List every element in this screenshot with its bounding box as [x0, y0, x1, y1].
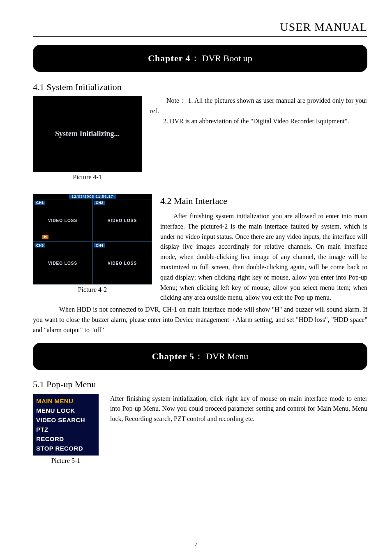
page-header-title: USER MANUAL: [33, 21, 367, 34]
section-5-1-title: 5.1 Pop-up Menu: [33, 379, 367, 390]
spacer: [33, 181, 367, 184]
para-5-1-text: After finishing system initialization, c…: [110, 394, 367, 424]
note-label: Note: [166, 97, 179, 104]
arrow-icon: →: [229, 316, 236, 323]
figure-5-1: MAIN MENU MENU LOCK VIDEO SEARCH PTZ REC…: [33, 394, 99, 465]
figure-4-1: System Initializing... Picture 4-1: [33, 96, 142, 181]
popup-item-stop-record[interactable]: STOP RECORD: [36, 444, 95, 453]
popup-item-record[interactable]: RECORD: [36, 434, 95, 444]
quad-cell-ch1: CH1 VIDEO LOSS H: [33, 199, 92, 242]
note-block: Note： 1. All the pictures shown as user …: [150, 96, 367, 126]
figure-4-1-screen: System Initializing...: [33, 96, 142, 172]
note-line-1: Note： 1. All the pictures shown as user …: [150, 96, 367, 116]
para-5-1: After finishing system initialization, c…: [110, 394, 367, 424]
quad-cell-ch3: CH3 VIDEO LOSS: [33, 242, 92, 284]
popup-item-video-search[interactable]: VIDEO SEARCH: [36, 415, 95, 425]
quad-cell-ch2: CH2 VIDEO LOSS: [92, 199, 152, 242]
chapter5-bar: Chapter 5：DVR Menu: [33, 343, 367, 370]
figure-4-2: 12/03/2008 11:56:17 CH1 VIDEO LOSS H CH2…: [33, 194, 152, 294]
page-number: 7: [0, 541, 392, 548]
header-rule: [33, 36, 367, 37]
section-4-2-title: 4.2 Main Interface: [160, 194, 367, 208]
chapter4-number: Chapter 4: [148, 53, 190, 63]
chapter4-title: DVR Boot up: [202, 53, 252, 63]
ch2-video-loss: VIDEO LOSS: [108, 218, 137, 223]
chapter5-number: Chapter 5: [152, 351, 194, 361]
row-4-1: System Initializing... Picture 4-1 Note：…: [33, 96, 367, 181]
ch4-label: CH4: [94, 243, 105, 247]
note-sep: ：: [179, 97, 186, 104]
quad-timestamp-bar: 12/03/2008 11:56:17: [33, 194, 152, 199]
popup-item-main-menu[interactable]: MAIN MENU: [36, 396, 95, 406]
chapter4-sep: ：: [191, 53, 200, 63]
popup-item-ptz[interactable]: PTZ: [36, 425, 95, 434]
ch3-label: CH3: [35, 243, 45, 247]
chapter5-title: DVR Menu: [206, 351, 248, 361]
page: USER MANUAL Chapter 4：DVR Boot up 4.1 Sy…: [0, 0, 392, 555]
ch3-video-loss: VIDEO LOSS: [48, 261, 77, 266]
chapter4-bar: Chapter 4：DVR Boot up: [33, 45, 367, 72]
ch4-video-loss: VIDEO LOSS: [108, 261, 137, 266]
section-4-1-title: 4.1 System Initialization: [33, 82, 367, 92]
hdd-note-para: When HDD is not connected to DVR, CH-1 o…: [33, 305, 367, 335]
quad-timestamp: 12/03/2008 11:56:17: [69, 194, 116, 199]
quad-cell-ch4: CH4 VIDEO LOSS: [92, 242, 152, 284]
popup-menu: MAIN MENU MENU LOCK VIDEO SEARCH PTZ REC…: [33, 394, 99, 456]
figure-5-1-caption: Picture 5-1: [33, 457, 99, 465]
quad-view: 12/03/2008 11:56:17 CH1 VIDEO LOSS H CH2…: [33, 194, 152, 284]
para-4-2-text: After finishing system initialization yo…: [160, 211, 367, 303]
ch1-video-loss: VIDEO LOSS: [48, 218, 77, 223]
figure-4-1-caption: Picture 4-1: [33, 173, 142, 181]
system-initializing-text: System Initializing...: [55, 130, 120, 138]
row-5-1: MAIN MENU MENU LOCK VIDEO SEARCH PTZ REC…: [33, 394, 367, 465]
popup-item-menu-lock[interactable]: MENU LOCK: [36, 406, 95, 415]
para-4-2: 4.2 Main Interface After finishing syste…: [160, 194, 367, 303]
row-4-2: 12/03/2008 11:56:17 CH1 VIDEO LOSS H CH2…: [33, 194, 367, 303]
note-line-2: 2. DVR is an abbreviation of the "Digita…: [150, 116, 367, 127]
hdd-h-badge: H: [42, 235, 48, 239]
ch2-label: CH2: [94, 201, 105, 205]
ch1-label: CH1: [35, 201, 45, 205]
figure-4-2-caption: Picture 4-2: [33, 286, 152, 294]
chapter5-sep: ：: [194, 351, 203, 361]
